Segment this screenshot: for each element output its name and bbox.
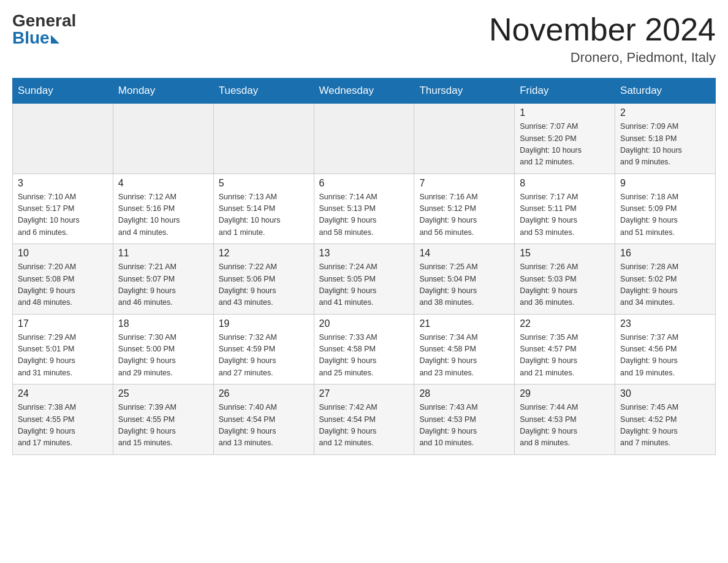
day-number: 3 [18, 178, 108, 189]
day-number: 13 [319, 248, 409, 259]
calendar-week-row: 3Sunrise: 7:10 AM Sunset: 5:17 PM Daylig… [13, 174, 716, 244]
day-number: 29 [520, 388, 610, 399]
day-number: 11 [118, 248, 208, 259]
day-number: 5 [219, 178, 309, 189]
day-info-text: Sunrise: 7:43 AM Sunset: 4:53 PM Dayligh… [419, 402, 509, 450]
day-info-text: Sunrise: 7:24 AM Sunset: 5:05 PM Dayligh… [319, 261, 409, 309]
day-info-text: Sunrise: 7:09 AM Sunset: 5:18 PM Dayligh… [620, 121, 710, 169]
day-number: 17 [18, 318, 108, 329]
calendar-cell: 18Sunrise: 7:30 AM Sunset: 5:00 PM Dayli… [113, 314, 213, 385]
day-info-text: Sunrise: 7:42 AM Sunset: 4:54 PM Dayligh… [319, 402, 409, 450]
day-number: 2 [620, 107, 710, 118]
day-number: 18 [118, 318, 208, 329]
day-info-text: Sunrise: 7:38 AM Sunset: 4:55 PM Dayligh… [18, 402, 108, 450]
month-title: November 2024 [489, 12, 716, 47]
calendar-week-row: 17Sunrise: 7:29 AM Sunset: 5:01 PM Dayli… [13, 314, 716, 385]
day-number: 26 [219, 388, 309, 399]
day-info-text: Sunrise: 7:37 AM Sunset: 4:56 PM Dayligh… [620, 332, 710, 380]
calendar-cell: 15Sunrise: 7:26 AM Sunset: 5:03 PM Dayli… [515, 244, 615, 315]
day-number: 24 [18, 388, 108, 399]
day-info-text: Sunrise: 7:44 AM Sunset: 4:53 PM Dayligh… [520, 402, 610, 450]
day-info-text: Sunrise: 7:18 AM Sunset: 5:09 PM Dayligh… [620, 191, 710, 239]
calendar-cell: 28Sunrise: 7:43 AM Sunset: 4:53 PM Dayli… [414, 385, 515, 455]
day-number: 22 [520, 318, 610, 329]
day-number: 12 [219, 248, 309, 259]
day-of-week-header: Monday [113, 79, 213, 104]
calendar-cell: 12Sunrise: 7:22 AM Sunset: 5:06 PM Dayli… [213, 244, 314, 315]
calendar-cell [113, 104, 213, 174]
calendar-cell: 17Sunrise: 7:29 AM Sunset: 5:01 PM Dayli… [13, 314, 113, 385]
day-number: 1 [520, 107, 610, 118]
title-block: November 2024 Dronero, Piedmont, Italy [489, 12, 716, 66]
day-info-text: Sunrise: 7:30 AM Sunset: 5:00 PM Dayligh… [118, 332, 208, 380]
day-info-text: Sunrise: 7:21 AM Sunset: 5:07 PM Dayligh… [118, 261, 208, 309]
calendar-cell: 10Sunrise: 7:20 AM Sunset: 5:08 PM Dayli… [13, 244, 113, 315]
calendar-cell: 14Sunrise: 7:25 AM Sunset: 5:04 PM Dayli… [414, 244, 515, 315]
calendar-cell: 30Sunrise: 7:45 AM Sunset: 4:52 PM Dayli… [615, 385, 716, 455]
day-number: 28 [419, 388, 509, 399]
day-number: 7 [419, 178, 509, 189]
day-info-text: Sunrise: 7:33 AM Sunset: 4:58 PM Dayligh… [319, 332, 409, 380]
calendar-cell: 4Sunrise: 7:12 AM Sunset: 5:16 PM Daylig… [113, 174, 213, 244]
day-number: 20 [319, 318, 409, 329]
calendar-cell: 1Sunrise: 7:07 AM Sunset: 5:20 PM Daylig… [515, 104, 615, 174]
day-info-text: Sunrise: 7:25 AM Sunset: 5:04 PM Dayligh… [419, 261, 509, 309]
day-info-text: Sunrise: 7:13 AM Sunset: 5:14 PM Dayligh… [219, 191, 309, 239]
calendar-cell [314, 104, 414, 174]
day-number: 23 [620, 318, 710, 329]
day-number: 9 [620, 178, 710, 189]
calendar-cell: 22Sunrise: 7:35 AM Sunset: 4:57 PM Dayli… [515, 314, 615, 385]
day-number: 27 [319, 388, 409, 399]
day-number: 21 [419, 318, 509, 329]
calendar-cell: 20Sunrise: 7:33 AM Sunset: 4:58 PM Dayli… [314, 314, 414, 385]
logo-general-text: General [12, 12, 76, 29]
day-of-week-header: Tuesday [213, 79, 314, 104]
day-info-text: Sunrise: 7:26 AM Sunset: 5:03 PM Dayligh… [520, 261, 610, 309]
day-number: 4 [118, 178, 208, 189]
day-info-text: Sunrise: 7:14 AM Sunset: 5:13 PM Dayligh… [319, 191, 409, 239]
calendar-cell: 21Sunrise: 7:34 AM Sunset: 4:58 PM Dayli… [414, 314, 515, 385]
day-number: 8 [520, 178, 610, 189]
calendar-body: 1Sunrise: 7:07 AM Sunset: 5:20 PM Daylig… [13, 104, 716, 455]
day-info-text: Sunrise: 7:22 AM Sunset: 5:06 PM Dayligh… [219, 261, 309, 309]
day-info-text: Sunrise: 7:12 AM Sunset: 5:16 PM Dayligh… [118, 191, 208, 239]
day-info-text: Sunrise: 7:29 AM Sunset: 5:01 PM Dayligh… [18, 332, 108, 380]
day-number: 6 [319, 178, 409, 189]
day-number: 16 [620, 248, 710, 259]
logo: General Blue [12, 12, 76, 47]
calendar-cell: 16Sunrise: 7:28 AM Sunset: 5:02 PM Dayli… [615, 244, 716, 315]
calendar-cell: 25Sunrise: 7:39 AM Sunset: 4:55 PM Dayli… [113, 385, 213, 455]
day-info-text: Sunrise: 7:17 AM Sunset: 5:11 PM Dayligh… [520, 191, 610, 239]
calendar-cell: 5Sunrise: 7:13 AM Sunset: 5:14 PM Daylig… [213, 174, 314, 244]
calendar-cell: 19Sunrise: 7:32 AM Sunset: 4:59 PM Dayli… [213, 314, 314, 385]
calendar-cell: 27Sunrise: 7:42 AM Sunset: 4:54 PM Dayli… [314, 385, 414, 455]
calendar-header: SundayMondayTuesdayWednesdayThursdayFrid… [13, 79, 716, 104]
calendar-week-row: 10Sunrise: 7:20 AM Sunset: 5:08 PM Dayli… [13, 244, 716, 315]
day-info-text: Sunrise: 7:20 AM Sunset: 5:08 PM Dayligh… [18, 261, 108, 309]
calendar-cell: 7Sunrise: 7:16 AM Sunset: 5:12 PM Daylig… [414, 174, 515, 244]
day-info-text: Sunrise: 7:34 AM Sunset: 4:58 PM Dayligh… [419, 332, 509, 380]
calendar-cell: 6Sunrise: 7:14 AM Sunset: 5:13 PM Daylig… [314, 174, 414, 244]
day-info-text: Sunrise: 7:07 AM Sunset: 5:20 PM Dayligh… [520, 121, 610, 169]
logo-blue-text: Blue [12, 29, 50, 47]
calendar-cell: 9Sunrise: 7:18 AM Sunset: 5:09 PM Daylig… [615, 174, 716, 244]
day-number: 25 [118, 388, 208, 399]
calendar-cell: 24Sunrise: 7:38 AM Sunset: 4:55 PM Dayli… [13, 385, 113, 455]
calendar-cell: 13Sunrise: 7:24 AM Sunset: 5:05 PM Dayli… [314, 244, 414, 315]
day-number: 14 [419, 248, 509, 259]
calendar-week-row: 24Sunrise: 7:38 AM Sunset: 4:55 PM Dayli… [13, 385, 716, 455]
location-text: Dronero, Piedmont, Italy [489, 50, 716, 66]
day-info-text: Sunrise: 7:39 AM Sunset: 4:55 PM Dayligh… [118, 402, 208, 450]
day-info-text: Sunrise: 7:16 AM Sunset: 5:12 PM Dayligh… [419, 191, 509, 239]
day-info-text: Sunrise: 7:28 AM Sunset: 5:02 PM Dayligh… [620, 261, 710, 309]
day-number: 10 [18, 248, 108, 259]
calendar-cell: 8Sunrise: 7:17 AM Sunset: 5:11 PM Daylig… [515, 174, 615, 244]
day-of-week-header: Friday [515, 79, 615, 104]
day-info-text: Sunrise: 7:32 AM Sunset: 4:59 PM Dayligh… [219, 332, 309, 380]
day-of-week-header: Wednesday [314, 79, 414, 104]
day-number: 30 [620, 388, 710, 399]
logo-triangle-icon [51, 35, 59, 44]
calendar-cell: 26Sunrise: 7:40 AM Sunset: 4:54 PM Dayli… [213, 385, 314, 455]
calendar-cell: 29Sunrise: 7:44 AM Sunset: 4:53 PM Dayli… [515, 385, 615, 455]
day-of-week-header: Sunday [13, 79, 113, 104]
